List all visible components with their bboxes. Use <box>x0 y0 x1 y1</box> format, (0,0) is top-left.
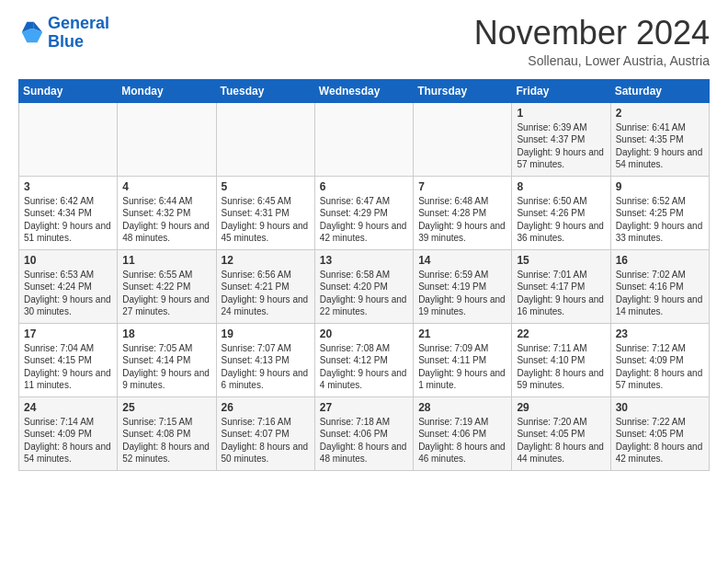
day-info: Sunrise: 7:16 AM Sunset: 4:07 PM Dayligh… <box>222 416 310 465</box>
calendar-cell: 22Sunrise: 7:11 AM Sunset: 4:10 PM Dayli… <box>512 323 610 396</box>
day-info: Sunrise: 6:39 AM Sunset: 4:37 PM Dayligh… <box>517 121 605 171</box>
calendar-cell: 23Sunrise: 7:12 AM Sunset: 4:09 PM Dayli… <box>610 323 709 396</box>
page: General Blue November 2024 Sollenau, Low… <box>0 0 728 480</box>
day-info: Sunrise: 6:50 AM Sunset: 4:26 PM Dayligh… <box>517 195 605 245</box>
day-number: 5 <box>222 180 310 193</box>
day-number: 3 <box>24 180 112 193</box>
calendar-cell <box>118 102 216 176</box>
calendar-cell: 21Sunrise: 7:09 AM Sunset: 4:11 PM Dayli… <box>414 323 512 396</box>
calendar-cell: 7Sunrise: 6:48 AM Sunset: 4:28 PM Daylig… <box>414 176 512 249</box>
logo-text: General Blue <box>48 15 109 52</box>
day-info: Sunrise: 6:41 AM Sunset: 4:35 PM Dayligh… <box>616 121 704 171</box>
day-number: 10 <box>24 254 112 267</box>
day-info: Sunrise: 7:09 AM Sunset: 4:11 PM Dayligh… <box>418 342 506 392</box>
day-info: Sunrise: 7:02 AM Sunset: 4:16 PM Dayligh… <box>616 269 704 318</box>
day-number: 18 <box>122 327 210 340</box>
day-number: 16 <box>616 254 704 267</box>
calendar-cell: 19Sunrise: 7:07 AM Sunset: 4:13 PM Dayli… <box>216 323 314 396</box>
calendar-cell: 8Sunrise: 6:50 AM Sunset: 4:26 PM Daylig… <box>512 176 610 249</box>
day-number: 20 <box>320 327 408 340</box>
day-number: 8 <box>517 180 605 193</box>
location-subtitle: Sollenau, Lower Austria, Austria <box>474 53 710 68</box>
col-header-sunday: Sunday <box>19 79 118 102</box>
day-info: Sunrise: 7:15 AM Sunset: 4:08 PM Dayligh… <box>122 416 210 465</box>
col-header-thursday: Thursday <box>414 79 512 102</box>
day-number: 24 <box>24 401 112 414</box>
logo: General Blue <box>18 15 109 52</box>
calendar-cell <box>314 102 413 176</box>
day-number: 12 <box>222 254 310 267</box>
calendar-cell: 16Sunrise: 7:02 AM Sunset: 4:16 PM Dayli… <box>610 249 709 323</box>
day-info: Sunrise: 6:48 AM Sunset: 4:28 PM Dayligh… <box>418 195 506 245</box>
logo-line2: Blue <box>48 32 84 51</box>
calendar-cell: 3Sunrise: 6:42 AM Sunset: 4:34 PM Daylig… <box>19 176 118 249</box>
day-info: Sunrise: 6:45 AM Sunset: 4:31 PM Dayligh… <box>222 195 310 245</box>
day-number: 11 <box>122 254 210 267</box>
day-info: Sunrise: 7:18 AM Sunset: 4:06 PM Dayligh… <box>320 416 408 465</box>
calendar-cell <box>19 102 118 176</box>
day-info: Sunrise: 7:12 AM Sunset: 4:09 PM Dayligh… <box>616 342 704 392</box>
calendar-cell: 5Sunrise: 6:45 AM Sunset: 4:31 PM Daylig… <box>216 176 314 249</box>
calendar-cell: 11Sunrise: 6:55 AM Sunset: 4:22 PM Dayli… <box>118 249 216 323</box>
day-info: Sunrise: 6:58 AM Sunset: 4:20 PM Dayligh… <box>320 269 408 318</box>
day-number: 9 <box>616 180 704 193</box>
calendar-cell: 17Sunrise: 7:04 AM Sunset: 4:15 PM Dayli… <box>19 323 118 396</box>
calendar-cell: 28Sunrise: 7:19 AM Sunset: 4:06 PM Dayli… <box>414 396 512 470</box>
day-info: Sunrise: 7:11 AM Sunset: 4:10 PM Dayligh… <box>517 342 605 392</box>
day-number: 26 <box>222 401 310 414</box>
day-number: 27 <box>320 401 408 414</box>
day-info: Sunrise: 7:01 AM Sunset: 4:17 PM Dayligh… <box>517 269 605 318</box>
day-number: 19 <box>222 327 310 340</box>
day-number: 7 <box>418 180 506 193</box>
calendar-cell: 30Sunrise: 7:22 AM Sunset: 4:05 PM Dayli… <box>610 396 709 470</box>
week-row-1: 3Sunrise: 6:42 AM Sunset: 4:34 PM Daylig… <box>19 176 710 249</box>
calendar-cell: 2Sunrise: 6:41 AM Sunset: 4:35 PM Daylig… <box>610 102 709 176</box>
calendar-cell <box>414 102 512 176</box>
col-header-tuesday: Tuesday <box>216 79 314 102</box>
week-row-0: 1Sunrise: 6:39 AM Sunset: 4:37 PM Daylig… <box>19 102 710 176</box>
day-info: Sunrise: 6:52 AM Sunset: 4:25 PM Dayligh… <box>616 195 704 245</box>
day-number: 23 <box>616 327 704 340</box>
day-info: Sunrise: 6:55 AM Sunset: 4:22 PM Dayligh… <box>122 269 210 318</box>
calendar-cell: 14Sunrise: 6:59 AM Sunset: 4:19 PM Dayli… <box>414 249 512 323</box>
day-info: Sunrise: 7:14 AM Sunset: 4:09 PM Dayligh… <box>24 416 112 465</box>
col-header-monday: Monday <box>118 79 216 102</box>
day-info: Sunrise: 7:19 AM Sunset: 4:06 PM Dayligh… <box>418 416 506 465</box>
day-number: 1 <box>517 107 605 120</box>
col-header-friday: Friday <box>512 79 610 102</box>
title-block: November 2024 Sollenau, Lower Austria, A… <box>474 15 710 68</box>
day-number: 21 <box>418 327 506 340</box>
calendar-cell: 27Sunrise: 7:18 AM Sunset: 4:06 PM Dayli… <box>314 396 413 470</box>
month-title: November 2024 <box>474 15 710 52</box>
calendar-cell: 13Sunrise: 6:58 AM Sunset: 4:20 PM Dayli… <box>314 249 413 323</box>
day-info: Sunrise: 7:07 AM Sunset: 4:13 PM Dayligh… <box>222 342 310 392</box>
day-info: Sunrise: 6:47 AM Sunset: 4:29 PM Dayligh… <box>320 195 408 245</box>
calendar-cell: 1Sunrise: 6:39 AM Sunset: 4:37 PM Daylig… <box>512 102 610 176</box>
day-number: 17 <box>24 327 112 340</box>
day-number: 15 <box>517 254 605 267</box>
calendar-cell: 20Sunrise: 7:08 AM Sunset: 4:12 PM Dayli… <box>314 323 413 396</box>
calendar-cell: 12Sunrise: 6:56 AM Sunset: 4:21 PM Dayli… <box>216 249 314 323</box>
day-info: Sunrise: 7:04 AM Sunset: 4:15 PM Dayligh… <box>24 342 112 392</box>
calendar-cell: 6Sunrise: 6:47 AM Sunset: 4:29 PM Daylig… <box>314 176 413 249</box>
day-number: 29 <box>517 401 605 414</box>
day-info: Sunrise: 6:56 AM Sunset: 4:21 PM Dayligh… <box>222 269 310 318</box>
header-row: SundayMondayTuesdayWednesdayThursdayFrid… <box>19 79 710 102</box>
col-header-saturday: Saturday <box>610 79 709 102</box>
day-number: 4 <box>122 180 210 193</box>
day-info: Sunrise: 6:44 AM Sunset: 4:32 PM Dayligh… <box>122 195 210 245</box>
week-row-4: 24Sunrise: 7:14 AM Sunset: 4:09 PM Dayli… <box>19 396 710 470</box>
week-row-3: 17Sunrise: 7:04 AM Sunset: 4:15 PM Dayli… <box>19 323 710 396</box>
calendar-cell: 18Sunrise: 7:05 AM Sunset: 4:14 PM Dayli… <box>118 323 216 396</box>
calendar-cell: 25Sunrise: 7:15 AM Sunset: 4:08 PM Dayli… <box>118 396 216 470</box>
calendar-cell: 24Sunrise: 7:14 AM Sunset: 4:09 PM Dayli… <box>19 396 118 470</box>
day-info: Sunrise: 7:05 AM Sunset: 4:14 PM Dayligh… <box>122 342 210 392</box>
logo-line1: General <box>48 14 109 32</box>
day-info: Sunrise: 6:53 AM Sunset: 4:24 PM Dayligh… <box>24 269 112 318</box>
day-info: Sunrise: 6:42 AM Sunset: 4:34 PM Dayligh… <box>24 195 112 245</box>
day-number: 6 <box>320 180 408 193</box>
calendar-cell: 29Sunrise: 7:20 AM Sunset: 4:05 PM Dayli… <box>512 396 610 470</box>
calendar-cell <box>216 102 314 176</box>
day-number: 13 <box>320 254 408 267</box>
day-number: 28 <box>418 401 506 414</box>
